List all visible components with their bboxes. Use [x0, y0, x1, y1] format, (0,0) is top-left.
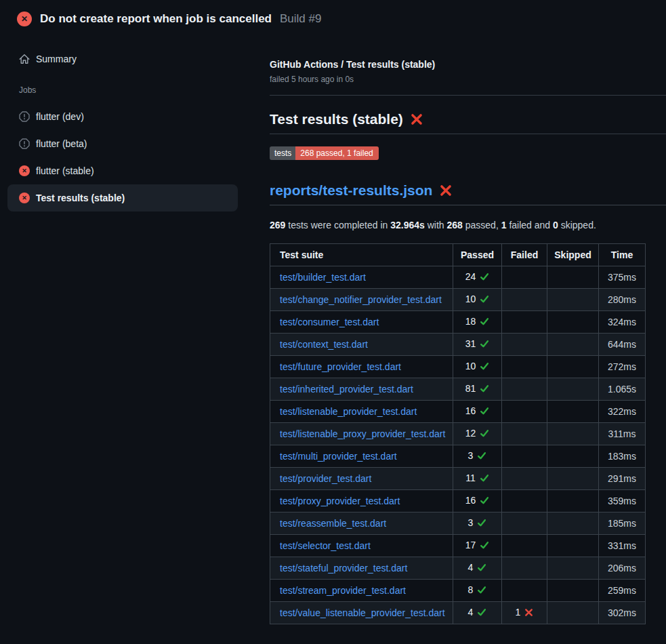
failed-cell [502, 334, 547, 356]
skipped-cell [547, 266, 599, 289]
cell-count: 3 [468, 517, 474, 528]
suite-cell: test/proxy_provider_test.dart [270, 490, 453, 512]
failed-count: 1 [501, 220, 507, 230]
tests-status-badge: tests 268 passed, 1 failed [270, 146, 379, 160]
skipped-cell [547, 445, 599, 468]
check-run-header: ✕ Do not create report when job is cance… [0, 0, 666, 35]
cell-count: 10 [465, 361, 476, 371]
table-row: test/listenable_proxy_provider_test.dart… [270, 423, 646, 445]
failed-cell [502, 311, 547, 334]
suite-link[interactable]: test/future_provider_test.dart [280, 361, 401, 372]
test-results-table: Test suite Passed Failed Skipped Time te… [270, 243, 646, 624]
suite-link[interactable]: test/change_notifier_provider_test.dart [280, 294, 442, 305]
skipped-cell [547, 468, 599, 490]
suite-link[interactable]: test/context_test.dart [280, 339, 368, 350]
skipped-cell [547, 580, 599, 602]
table-row: test/context_test.dart 31 644ms [270, 334, 646, 356]
check-icon [480, 272, 489, 283]
stop-cancelled-icon [19, 138, 30, 149]
table-row: test/listenable_provider_test.dart 16 32… [270, 401, 646, 423]
time-cell: 302ms [599, 602, 646, 624]
suite-link[interactable]: test/provider_test.dart [280, 473, 371, 484]
cell-count: 11 [465, 472, 476, 483]
suite-cell: test/multi_provider_test.dart [270, 445, 453, 468]
passed-cell: 17 [453, 535, 502, 557]
time-cell: 311ms [599, 423, 646, 445]
skipped-cell [547, 423, 599, 445]
run-status-line: failed 5 hours ago in 0s [270, 75, 666, 84]
x-circle-fill-icon: ✕ [17, 12, 32, 26]
time-cell: 291ms [599, 468, 646, 490]
passed-cell: 18 [453, 311, 502, 334]
passed-cell: 31 [453, 334, 502, 356]
failed-cell [502, 445, 547, 468]
suite-link[interactable]: test/selector_test.dart [280, 540, 371, 551]
suite-cell: test/builder_test.dart [270, 266, 453, 289]
table-row: test/multi_provider_test.dart 3 183ms [270, 445, 646, 468]
failed-cell: 1 [502, 602, 547, 624]
suite-link[interactable]: test/stateful_provider_test.dart [280, 563, 407, 573]
table-header-row: Test suite Passed Failed Skipped Time [270, 244, 646, 266]
time-cell: 375ms [599, 266, 646, 289]
table-row: test/future_provider_test.dart 10 272ms [270, 356, 646, 378]
skipped-cell [547, 334, 599, 356]
section-divider [270, 95, 666, 96]
suite-link[interactable]: test/reassemble_test.dart [280, 518, 386, 529]
check-icon [480, 294, 489, 306]
x-icon [524, 608, 533, 619]
cell-count: 1 [516, 607, 521, 618]
check-icon [480, 339, 489, 350]
skipped-cell [547, 535, 599, 557]
skipped-cell [547, 512, 599, 535]
failed-cell [502, 512, 547, 535]
suite-cell: test/selector_test.dart [270, 535, 453, 557]
failed-cell [502, 580, 547, 602]
cell-count: 16 [465, 495, 476, 506]
passed-cell: 8 [453, 580, 502, 602]
skipped-cell [547, 378, 599, 401]
suite-cell: test/inherited_provider_test.dart [270, 378, 453, 401]
suite-link[interactable]: test/builder_test.dart [280, 272, 366, 283]
table-row: test/provider_test.dart 11 291ms [270, 468, 646, 490]
suite-cell: test/provider_test.dart [270, 468, 453, 490]
stop-cancelled-icon [19, 111, 30, 122]
sidebar-item-summary[interactable]: Summary [7, 45, 238, 73]
cell-count: 18 [465, 316, 476, 327]
suite-cell: test/value_listenable_provider_test.dart [270, 602, 453, 624]
suite-link[interactable]: test/listenable_provider_test.dart [280, 406, 417, 417]
suite-link[interactable]: test/inherited_provider_test.dart [280, 384, 413, 395]
check-icon [477, 563, 486, 574]
report-file-link[interactable]: reports/test-results.json [270, 182, 432, 199]
sidebar-item-test-results-stable[interactable]: ✕ Test results (stable) [7, 184, 238, 212]
suite-cell: test/listenable_provider_test.dart [270, 401, 453, 423]
jobs-sidebar: Summary Jobs flutter (dev) flutter (beta… [0, 35, 254, 212]
suite-link[interactable]: test/multi_provider_test.dart [280, 451, 397, 462]
sidebar-item-flutter-stable[interactable]: ✕ flutter (stable) [7, 157, 238, 184]
time-cell: 359ms [599, 490, 646, 512]
suite-link[interactable]: test/proxy_provider_test.dart [280, 496, 400, 506]
cell-count: 4 [468, 562, 474, 573]
check-icon [480, 406, 489, 418]
sidebar-item-label: flutter (beta) [36, 138, 87, 149]
badge-label: tests [270, 146, 295, 160]
total-count: 269 [270, 220, 285, 230]
suite-cell: test/change_notifier_provider_test.dart [270, 289, 453, 311]
suite-link[interactable]: test/consumer_test.dart [280, 317, 379, 327]
time-cell: 644ms [599, 334, 646, 356]
suite-link[interactable]: test/stream_provider_test.dart [280, 585, 406, 596]
cell-count: 17 [465, 540, 476, 550]
cell-count: 12 [465, 428, 476, 439]
jobs-section-label: Jobs [7, 85, 238, 95]
table-row: test/consumer_test.dart 18 324ms [270, 311, 646, 334]
check-icon [477, 585, 486, 597]
skipped-cell [547, 602, 599, 624]
sidebar-item-flutter-beta[interactable]: flutter (beta) [7, 130, 238, 157]
time-cell: 183ms [599, 445, 646, 468]
suite-link[interactable]: test/listenable_proxy_provider_test.dart [280, 428, 445, 439]
col-header-failed: Failed [502, 244, 547, 266]
x-circle-fill-icon: ✕ [19, 193, 30, 203]
skipped-count: 0 [553, 220, 558, 230]
jobs-list: flutter (dev) flutter (beta) ✕ flutter (… [7, 103, 238, 212]
sidebar-item-flutter-dev[interactable]: flutter (dev) [7, 103, 238, 130]
suite-link[interactable]: test/value_listenable_provider_test.dart [280, 607, 445, 618]
